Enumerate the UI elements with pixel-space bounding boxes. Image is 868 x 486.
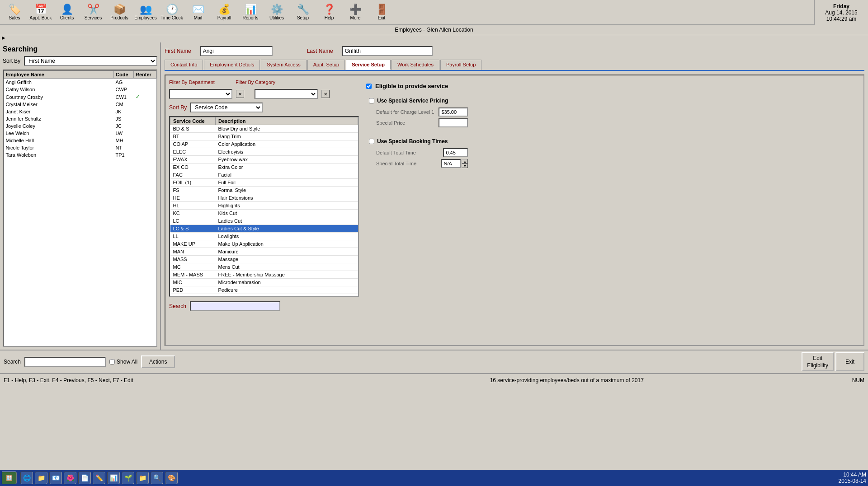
actions-button[interactable]: Actions — [141, 355, 175, 368]
employee-table-row[interactable]: Cathy Wilson CWP — [4, 86, 156, 93]
service-search-input[interactable] — [190, 301, 280, 311]
start-icon: 🪟 — [6, 475, 13, 481]
employee-table-row[interactable]: Lee Welch LW — [4, 130, 156, 137]
special-total-time-input[interactable] — [441, 159, 461, 168]
taskbar-chrome[interactable]: 🌐 — [20, 472, 33, 484]
taskbar-photoshop[interactable]: 🎨 — [165, 472, 178, 484]
taskbar-word[interactable]: ✏️ — [93, 472, 105, 484]
bottom-search-input[interactable] — [24, 357, 106, 367]
service-table-row[interactable]: MIC Microdermabrasion — [170, 279, 358, 286]
tab-work-schedules[interactable]: Work Schedules — [392, 60, 439, 70]
service-table-row[interactable]: MC Mens Cut — [170, 263, 358, 271]
toolbar-employees[interactable]: 👥 Employees — [133, 1, 158, 23]
taskbar-app4[interactable]: 🌺 — [64, 472, 76, 484]
toolbar-help[interactable]: ❓ Help — [316, 1, 342, 23]
toolbar-sales[interactable]: 🏷️ Sales — [2, 1, 27, 23]
employee-table-row[interactable]: Janet Kiser JK — [4, 108, 156, 115]
default-total-time-row: Default Total Time — [369, 148, 468, 157]
spin-up-btn[interactable]: ▲ — [462, 159, 468, 164]
last-name-input[interactable] — [342, 46, 433, 56]
service-table-row[interactable]: PED Pedicure — [170, 286, 358, 294]
toolbar-clients[interactable]: 👤 Clients — [54, 1, 80, 23]
taskbar-files[interactable]: 📁 — [136, 472, 149, 484]
employee-table-row[interactable]: Angi Griffith AG — [4, 79, 156, 86]
employee-table-row[interactable]: Tara Woleben TP1 — [4, 151, 156, 159]
service-table-row[interactable]: LL Lowlights — [170, 233, 358, 240]
edit-eligibility-button[interactable]: Edit Eligibility — [802, 352, 834, 371]
service-table-row[interactable]: MEM - MASS FREE - Membership Massage — [170, 271, 358, 279]
service-table-row[interactable]: FOIL (1) Full Foil — [170, 179, 358, 187]
employee-table-row[interactable]: Joyelle Coley JC — [4, 122, 156, 130]
employee-table-row[interactable]: Courtney Crosby CW1 ✓ — [4, 93, 156, 101]
service-table-row[interactable]: KC Kids Cut — [170, 210, 358, 217]
default-charge-input[interactable] — [439, 107, 468, 117]
employee-table-row[interactable]: Jennifer Schultz JS — [4, 115, 156, 122]
eligible-checkbox[interactable] — [366, 84, 372, 89]
service-table-row[interactable]: ELEC Electroyisis — [170, 148, 358, 156]
filter-cat-select[interactable] — [255, 89, 318, 99]
toolbar-payroll[interactable]: 💰 Payroll — [212, 1, 237, 23]
service-table-row[interactable]: CO AP Color Application — [170, 140, 358, 148]
service-table-row[interactable]: FS Formal Style — [170, 187, 358, 194]
taskbar-explorer[interactable]: 📁 — [35, 472, 47, 484]
employee-renter — [134, 79, 156, 86]
special-pricing-row: Use Special Service Pricing — [369, 98, 468, 104]
spin-down-btn[interactable]: ▼ — [462, 164, 468, 168]
employee-table-row[interactable]: Michelle Hall MH — [4, 137, 156, 144]
pricing-section: Use Special Service Pricing Default for … — [366, 95, 471, 130]
service-table-row[interactable]: HL Highlights — [170, 202, 358, 210]
employee-code: CM — [114, 101, 134, 108]
service-table-row[interactable]: MAKE UP Make Up Application — [170, 240, 358, 248]
special-price-input[interactable] — [439, 118, 468, 127]
toolbar-products[interactable]: 📦 Products — [107, 1, 132, 23]
tab-appt-setup[interactable]: Appt. Setup — [307, 60, 345, 70]
toolbar-timeclock[interactable]: 🕐 Time Clock — [159, 1, 184, 23]
sort-by-label: Sort By — [3, 58, 20, 64]
service-table-row[interactable]: FAC Facial — [170, 171, 358, 179]
sort-by-select[interactable]: First Name — [24, 56, 157, 66]
service-table-row[interactable]: BT Bang Trim — [170, 133, 358, 140]
service-table-row[interactable]: LC Ladies Cut — [170, 217, 358, 225]
default-total-time-input[interactable] — [443, 148, 468, 157]
tab-employment-details[interactable]: Employment Details — [204, 60, 260, 70]
tab-payroll-setup[interactable]: Payroll Setup — [440, 60, 481, 70]
service-table-row[interactable]: EX CO Extra Color — [170, 164, 358, 171]
taskbar-acrobat[interactable]: 📄 — [78, 472, 91, 484]
tab-contact-info[interactable]: Contact Info — [165, 60, 203, 70]
service-table-row[interactable]: BD & S Blow Dry and Style — [170, 125, 358, 133]
special-booking-checkbox[interactable] — [369, 139, 374, 144]
employee-table-row[interactable]: Crystal Meiser CM — [4, 101, 156, 108]
service-table-row[interactable]: EWAX Eyebrow wax — [170, 156, 358, 164]
toolbar-more[interactable]: ➕ More — [343, 1, 368, 23]
exit-button[interactable]: Exit — [835, 352, 864, 371]
toolbar-services[interactable]: ✂️ Services — [80, 1, 106, 23]
first-name-input[interactable] — [200, 46, 273, 56]
service-table-row[interactable]: LC & S Ladies Cut & Style — [170, 225, 358, 233]
toolbar-mail[interactable]: ✉️ Mail — [185, 1, 211, 23]
filter-cat-clear-btn[interactable]: ✕ — [321, 90, 330, 98]
toolbar-reports[interactable]: 📊 Reports — [238, 1, 263, 23]
taskbar-excel[interactable]: 📊 — [107, 472, 120, 484]
taskbar-app8[interactable]: 🌱 — [122, 472, 134, 484]
filter-dept-clear-btn[interactable]: ✕ — [236, 90, 244, 98]
taskbar-search[interactable]: 🔍 — [151, 472, 163, 484]
taskbar-outlook[interactable]: 📧 — [49, 472, 62, 484]
service-right-col: Eligible to provide service Use Special … — [366, 79, 471, 341]
special-pricing-checkbox[interactable] — [369, 98, 374, 103]
tab-service-setup[interactable]: Service Setup — [346, 60, 391, 70]
tab-system-access[interactable]: System Access — [261, 60, 307, 70]
special-price-label: Special Price — [376, 120, 405, 126]
filter-dept-select[interactable] — [169, 89, 232, 99]
employee-table-row[interactable]: Nicole Taylor NT — [4, 144, 156, 151]
toolbar-utilities[interactable]: ⚙️ Utilities — [264, 1, 289, 23]
show-all-checkbox[interactable] — [109, 359, 115, 364]
service-sort-select[interactable]: Service Code Description — [190, 103, 263, 112]
service-table-row[interactable]: MAN Manicure — [170, 248, 358, 256]
toolbar-setup[interactable]: 🔧 Setup — [290, 1, 316, 23]
toolbar-apptbook[interactable]: 📅 Appt. Book — [28, 1, 53, 23]
start-button[interactable]: 🪟 — [2, 472, 17, 484]
toolbar-exit[interactable]: 🚪 Exit — [369, 1, 394, 23]
service-table-row[interactable]: MASS Massage — [170, 256, 358, 263]
service-table-row[interactable]: HE Hair Extensions — [170, 194, 358, 202]
service-code: BD & S — [170, 125, 216, 133]
